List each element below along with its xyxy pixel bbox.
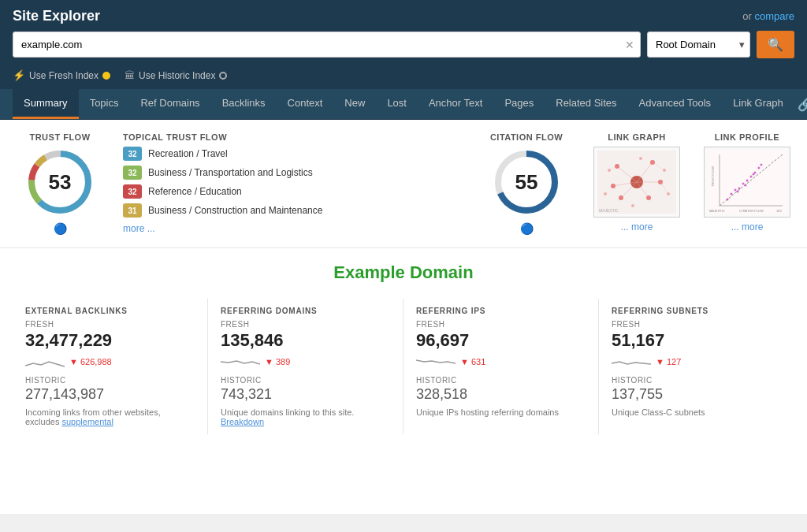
search-input[interactable]	[13, 32, 641, 58]
backlinks-trend-svg	[25, 354, 65, 370]
dropdown-arrow-icon: ▾	[734, 39, 749, 50]
ref-ips-historic-value: 328,518	[416, 386, 586, 403]
topical-more-link[interactable]: more ...	[123, 223, 155, 234]
citation-flow-info-icon[interactable]: 🔵	[520, 222, 534, 235]
ref-ips-fresh-value: 96,697	[416, 330, 586, 351]
ref-domains-historic-label: HISTORIC	[221, 376, 390, 385]
fresh-index-label: Use Fresh Index	[29, 70, 99, 81]
ref-ips-historic-label: HISTORIC	[416, 376, 586, 385]
svg-point-25	[604, 192, 607, 195]
svg-point-41	[750, 176, 753, 178]
backlinks-fresh-value: 32,477,229	[25, 330, 195, 351]
link-graph-more-link[interactable]: ... more	[621, 221, 653, 233]
svg-point-39	[742, 183, 745, 185]
svg-point-47	[753, 173, 755, 176]
link-graph-title: LINK GRAPH	[589, 132, 684, 142]
domain-title: Example Domain	[0, 262, 807, 283]
svg-point-27	[639, 157, 642, 160]
stat-col-ref-subnets: REFERRING SUBNETS FRESH 51,167 ▼ 127 HIS…	[599, 299, 794, 434]
link-graph-image[interactable]: MAJESTIC	[593, 147, 680, 218]
svg-text:CITATION FLOW: CITATION FLOW	[739, 209, 764, 213]
topical-trust-flow-card: TOPICAL TRUST FLOW 32 Recreation / Trave…	[123, 132, 463, 235]
ref-subnets-trend-svg	[612, 354, 651, 370]
link-profile-more-link[interactable]: ... more	[731, 221, 764, 233]
svg-point-46	[745, 184, 747, 187]
tab-pages[interactable]: Pages	[493, 89, 545, 119]
topical-item-3: 31 Business / Construction and Maintenan…	[123, 203, 463, 218]
stat-col-backlinks: EXTERNAL BACKLINKS FRESH 32,477,229 ▼ 62…	[13, 299, 208, 434]
ref-ips-fresh-label: FRESH	[416, 320, 586, 329]
topical-badge-3: 31	[123, 203, 142, 218]
root-domain-select[interactable]: Root Domain Domain URL Prefix	[648, 32, 734, 57]
ref-ips-trend-value: ▼ 631	[460, 357, 485, 366]
tab-topics[interactable]: Topics	[79, 89, 130, 119]
citation-flow-value: 55	[515, 170, 538, 195]
svg-point-43	[758, 167, 761, 169]
topical-badge-1: 32	[123, 166, 142, 180]
topical-badge-2: 32	[123, 184, 142, 199]
bolt-icon: ⚡	[13, 69, 25, 81]
stats-grid: EXTERNAL BACKLINKS FRESH 32,477,229 ▼ 62…	[0, 291, 807, 442]
ref-domains-historic-value: 743,321	[221, 386, 390, 403]
search-button[interactable]: 🔍	[757, 31, 794, 58]
tab-ref-domains[interactable]: Ref Domains	[129, 89, 210, 119]
topical-label-1: Business / Transportation and Logistics	[148, 167, 313, 178]
svg-point-48	[761, 164, 763, 166]
backlinks-desc: Incoming links from other websites, excl…	[25, 407, 195, 426]
svg-point-44	[727, 199, 729, 201]
historic-index-radio[interactable]	[219, 72, 227, 80]
link-graph-svg: MAJESTIC	[597, 151, 676, 214]
backlinks-historic-value: 277,143,987	[25, 386, 195, 403]
topical-item-2: 32 Reference / Education	[123, 184, 463, 199]
ref-domains-fresh-label: FRESH	[221, 320, 390, 329]
tab-backlinks[interactable]: Backlinks	[211, 89, 277, 119]
svg-point-20	[619, 195, 623, 200]
fresh-index-radio[interactable]	[102, 72, 110, 80]
stat-col-ref-domains: REFERRING DOMAINS FRESH 135,846 ▼ 389 HI…	[208, 299, 404, 434]
tab-summary[interactable]: Summary	[13, 89, 79, 119]
tab-related-sites[interactable]: Related Sites	[545, 89, 627, 119]
ref-ips-desc: Unique IPs hosting referring domains	[416, 407, 586, 417]
tab-lost[interactable]: Lost	[376, 89, 418, 119]
link-profile-image[interactable]: TRUST FLOW CITATION FLOW 100 MAJESTIC	[704, 147, 790, 218]
trust-flow-donut: 53	[24, 147, 95, 218]
backlinks-historic-label: HISTORIC	[25, 376, 195, 385]
summary-cards: TRUST FLOW 53 🔵 TOPICAL TRUST FL	[0, 120, 807, 248]
tab-link-graph[interactable]: Link Graph	[722, 89, 794, 119]
search-input-wrap: ✕	[13, 32, 641, 58]
svg-point-37	[734, 189, 737, 192]
ref-subnets-header: REFERRING SUBNETS	[612, 307, 782, 315]
historic-index-option[interactable]: 🏛 Use Historic Index	[125, 69, 227, 81]
fresh-index-option[interactable]: ⚡ Use Fresh Index	[13, 69, 110, 81]
topical-item-0: 32 Recreation / Travel	[123, 147, 463, 161]
backlinks-fresh-label: FRESH	[25, 320, 195, 329]
trust-flow-info-icon[interactable]: 🔵	[54, 222, 67, 235]
topical-label-3: Business / Construction and Maintenance	[148, 205, 322, 216]
svg-point-26	[631, 204, 634, 207]
trust-flow-value: 53	[49, 170, 72, 195]
tab-new[interactable]: New	[333, 89, 376, 119]
compare-link[interactable]: compare	[754, 10, 794, 22]
ref-domains-trend: ▼ 389	[221, 354, 390, 370]
ref-subnets-historic-value: 137,755	[612, 386, 782, 403]
backlinks-trend-value: ▼ 626,988	[69, 357, 112, 366]
ref-ips-trend-svg	[416, 354, 456, 370]
dropdown-wrap: Root Domain Domain URL Prefix ▾	[647, 32, 750, 58]
link-profile-card: LINK PROFILE	[700, 132, 794, 235]
ref-domains-breakdown-link[interactable]: Breakdown	[221, 417, 264, 426]
ref-domains-trend-svg	[221, 354, 260, 370]
tab-advanced-tools[interactable]: Advanced Tools	[628, 89, 723, 119]
ref-ips-header: REFERRING IPS	[416, 307, 586, 315]
citation-flow-donut: 55	[491, 147, 562, 218]
share-icon[interactable]: 🔗	[794, 92, 807, 117]
tab-context[interactable]: Context	[277, 89, 334, 119]
svg-point-40	[746, 180, 749, 182]
clear-icon[interactable]: ✕	[625, 39, 634, 51]
tab-anchor-text[interactable]: Anchor Text	[418, 89, 493, 119]
link-profile-svg: TRUST FLOW CITATION FLOW 100 MAJESTIC	[708, 151, 787, 214]
topical-label-2: Reference / Education	[148, 186, 242, 197]
topical-items: 32 Recreation / Travel 32 Business / Tra…	[123, 147, 463, 218]
backlinks-desc-link[interactable]: supplemental	[61, 417, 113, 426]
header: Site Explorer or compare ✕ Root Domain D…	[0, 0, 807, 89]
compare-or-text: or	[742, 10, 752, 22]
